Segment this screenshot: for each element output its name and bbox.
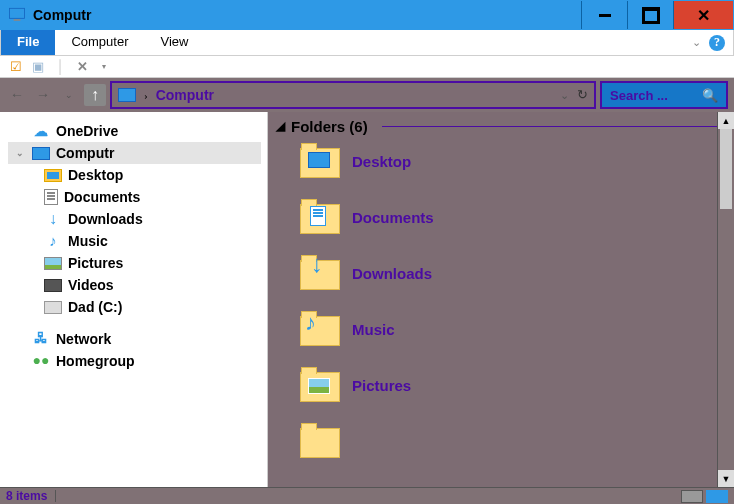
navigation-pane[interactable]: ☁OneDrive ⌄Computr Desktop Documents ↓Do… [0, 112, 268, 487]
nav-desktop[interactable]: Desktop [8, 164, 261, 186]
title-bar[interactable]: Computr [0, 0, 734, 30]
tile-desktop[interactable]: Desktop [300, 143, 726, 179]
tile-documents[interactable]: Documents [300, 199, 726, 235]
breadcrumb[interactable]: Computr [156, 87, 214, 103]
tab-view[interactable]: View [144, 30, 204, 55]
search-box[interactable]: Search ... 🔍 [600, 81, 728, 109]
view-details-button[interactable] [681, 490, 703, 503]
status-bar: 8 items [0, 487, 734, 504]
tile-downloads[interactable]: ↓Downloads [300, 255, 726, 291]
nav-onedrive[interactable]: ☁OneDrive [8, 120, 261, 142]
properties-icon[interactable]: ☑ [8, 59, 24, 75]
minimize-button[interactable] [581, 1, 627, 29]
up-button[interactable]: ↑ [84, 84, 106, 106]
history-dropdown[interactable]: ⌄ [58, 84, 80, 106]
tile-music[interactable]: ♪Music [300, 311, 726, 347]
quick-access-toolbar: ☑ ▣ │ ✕ ▾ [0, 56, 734, 78]
location-icon [118, 88, 136, 102]
computer-icon [7, 5, 27, 25]
scroll-track[interactable] [718, 129, 734, 470]
window-title: Computr [33, 7, 91, 23]
nav-homegroup[interactable]: ●●Homegroup [8, 350, 261, 372]
nav-pictures[interactable]: Pictures [8, 252, 261, 274]
address-dropdown-icon[interactable]: ⌄ [560, 89, 569, 102]
section-header-folders[interactable]: ◢Folders (6) [276, 118, 726, 135]
search-icon: 🔍 [702, 88, 718, 103]
svg-rect-0 [10, 8, 25, 18]
tab-computer[interactable]: Computer [55, 30, 144, 55]
nav-computr[interactable]: ⌄Computr [8, 142, 261, 164]
scroll-up-icon[interactable]: ▲ [718, 112, 734, 129]
maximize-button[interactable] [627, 1, 673, 29]
nav-network[interactable]: 🖧Network [8, 328, 261, 350]
nav-downloads[interactable]: ↓Downloads [8, 208, 261, 230]
new-folder-icon[interactable]: ▣ [30, 59, 46, 75]
breadcrumb-separator: › [144, 89, 148, 101]
nav-drive-c[interactable]: Dad (C:) [8, 296, 261, 318]
tab-file[interactable]: File [1, 30, 55, 55]
view-tiles-button[interactable] [706, 490, 728, 503]
tile-pictures[interactable]: Pictures [300, 367, 726, 403]
ribbon-collapse-icon[interactable]: ⌄ [692, 36, 701, 49]
tile-more[interactable] [300, 423, 726, 459]
refresh-icon[interactable]: ↻ [577, 87, 588, 103]
scroll-down-icon[interactable]: ▼ [718, 470, 734, 487]
nav-music[interactable]: ♪Music [8, 230, 261, 252]
delete-icon[interactable]: ✕ [74, 59, 90, 75]
close-button[interactable] [673, 1, 733, 29]
search-placeholder: Search ... [610, 88, 668, 103]
back-button[interactable]: ← [6, 84, 28, 106]
scroll-thumb[interactable] [720, 129, 732, 209]
help-icon[interactable]: ? [709, 35, 725, 51]
divider: │ [52, 59, 68, 75]
content-pane[interactable]: ◢Folders (6) Desktop Documents ↓Download… [268, 112, 734, 487]
nav-videos[interactable]: Videos [8, 274, 261, 296]
ribbon-tabs: File Computer View ⌄ ? [0, 30, 734, 56]
forward-button[interactable]: → [32, 84, 54, 106]
nav-documents[interactable]: Documents [8, 186, 261, 208]
status-item-count: 8 items [6, 489, 47, 503]
toolbar-dropdown-icon[interactable]: ▾ [96, 59, 112, 75]
vertical-scrollbar[interactable]: ▲▼ [717, 112, 734, 487]
svg-rect-1 [14, 19, 21, 21]
address-bar[interactable]: › Computr ⌄ ↻ [110, 81, 596, 109]
navigation-row: ← → ⌄ ↑ › Computr ⌄ ↻ Search ... 🔍 [0, 78, 734, 112]
